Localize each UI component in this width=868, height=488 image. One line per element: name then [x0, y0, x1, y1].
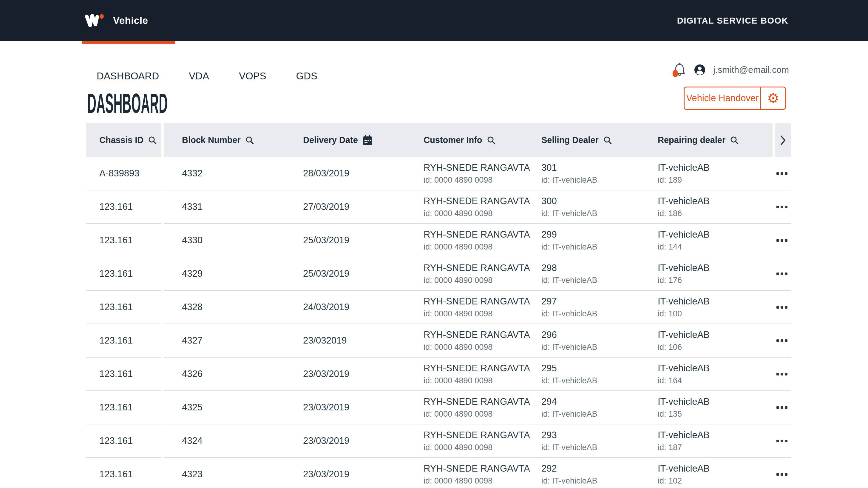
delivery-date-cell: 23/03/2019	[303, 391, 424, 424]
table-row[interactable]: 123.161 4329 25/03/2019 RYH-SNEDE RANGAV…	[86, 257, 791, 291]
repairing-dealer-cell: IT-vehicleAB id: 106	[658, 324, 773, 357]
search-icon[interactable]	[148, 136, 157, 144]
delivery-date-cell: 23/03/2019	[303, 458, 424, 488]
vehicle-handover-button[interactable]: Vehicle Handover	[685, 87, 761, 109]
user-area: j.smith@email.com	[673, 61, 789, 79]
column-header-delivery-date[interactable]: Delivery Date	[303, 135, 424, 146]
row-actions-menu-button[interactable]	[775, 203, 789, 211]
table-row[interactable]: A-839893 4332 28/03/2019 RYH-SNEDE RANGA…	[86, 157, 791, 191]
main-nav: DASHBOARD VDA VOPS GDS	[82, 69, 332, 84]
block-number-cell: 4327	[164, 324, 303, 357]
selling-dealer-cell: 292 id: IT-vehicleAB	[541, 458, 658, 488]
selling-dealer-cell: 296 id: IT-vehicleAB	[541, 324, 658, 357]
table-row[interactable]: 123.161 4326 23/03/2019 RYH-SNEDE RANGAV…	[86, 357, 791, 391]
delivery-date-cell: 23/03/2019	[303, 357, 424, 391]
repairing-dealer-cell: IT-vehicleAB id: 164	[658, 357, 773, 391]
tab-vops[interactable]: VOPS	[224, 69, 281, 84]
row-actions-menu-button[interactable]	[775, 403, 789, 412]
user-avatar-icon[interactable]	[694, 64, 706, 76]
selling-dealer-cell: 299 id: IT-vehicleAB	[541, 224, 658, 257]
block-number-cell: 4326	[164, 357, 303, 391]
table-row[interactable]: 123.161 4325 23/03/2019 RYH-SNEDE RANGAV…	[86, 391, 791, 424]
row-divider-gap	[161, 391, 164, 424]
row-divider-gap	[161, 324, 164, 357]
column-header-repairing-dealer[interactable]: Repairing dealer	[658, 135, 773, 145]
delivery-date-cell: 23/03/2019	[303, 424, 424, 457]
table-row[interactable]: 123.161 4324 23/03/2019 RYH-SNEDE RANGAV…	[86, 424, 791, 458]
delivery-date-cell: 24/03/2019	[303, 291, 424, 323]
table-row[interactable]: 123.161 4330 25/03/2019 RYH-SNEDE RANGAV…	[86, 224, 791, 257]
search-icon[interactable]	[730, 136, 739, 144]
row-divider-gap	[161, 458, 164, 488]
repairing-dealer-cell: IT-vehicleAB id: 144	[658, 224, 773, 257]
search-icon[interactable]	[246, 136, 254, 144]
repairing-dealer-cell: IT-vehicleAB id: 135	[658, 391, 773, 424]
block-number-cell: 4332	[164, 157, 303, 190]
delivery-date-cell: 28/03/2019	[303, 157, 424, 190]
page-title: DASHBOARD	[87, 90, 167, 117]
selling-dealer-cell: 294 id: IT-vehicleAB	[541, 391, 658, 424]
column-header-customer-info[interactable]: Customer Info	[424, 135, 541, 145]
block-number-cell: 4331	[164, 191, 303, 223]
vehicle-handover-split-button: Vehicle Handover ⚙	[684, 87, 786, 110]
tab-vda[interactable]: VDA	[174, 69, 224, 84]
table-body: A-839893 4332 28/03/2019 RYH-SNEDE RANGA…	[86, 157, 791, 488]
row-divider-gap	[161, 191, 164, 224]
table-row[interactable]: 123.161 4328 24/03/2019 RYH-SNEDE RANGAV…	[86, 291, 791, 324]
row-actions-menu-button[interactable]	[775, 303, 789, 312]
row-divider-gap	[161, 424, 164, 458]
column-header-chassis-id[interactable]: Chassis ID	[99, 135, 157, 145]
selling-dealer-cell: 295 id: IT-vehicleAB	[541, 357, 658, 391]
customer-info-cell: RYH-SNEDE RANGAVTA id: 0000 4890 0098	[424, 324, 541, 357]
table-row[interactable]: 123.161 4331 27/03/2019 RYH-SNEDE RANGAV…	[86, 191, 791, 224]
column-header-block-number[interactable]: Block Number	[164, 135, 303, 145]
brand-logo[interactable]: Vehicle	[85, 13, 148, 28]
tab-gds[interactable]: GDS	[281, 69, 333, 84]
chassis-id-cell: 123.161	[86, 391, 161, 424]
row-actions-menu-button[interactable]	[775, 370, 789, 378]
delivery-date-cell: 25/03/2019	[303, 257, 424, 290]
customer-info-cell: RYH-SNEDE RANGAVTA id: 0000 4890 0098	[424, 424, 541, 457]
customer-info-cell: RYH-SNEDE RANGAVTA id: 0000 4890 0098	[424, 357, 541, 391]
gear-icon: ⚙	[767, 91, 779, 105]
tab-dashboard[interactable]: DASHBOARD	[82, 69, 174, 84]
delivery-date-cell: 25/03/2019	[303, 224, 424, 257]
row-actions-menu-button[interactable]	[775, 336, 789, 345]
selling-dealer-cell: 297 id: IT-vehicleAB	[541, 291, 658, 323]
notification-badge	[673, 70, 678, 77]
user-email[interactable]: j.smith@email.com	[713, 65, 789, 75]
search-icon[interactable]	[487, 136, 495, 144]
row-actions-menu-button[interactable]	[775, 169, 789, 178]
selling-dealer-cell: 298 id: IT-vehicleAB	[541, 257, 658, 290]
selling-dealer-cell: 293 id: IT-vehicleAB	[541, 424, 658, 457]
customer-info-cell: RYH-SNEDE RANGAVTA id: 0000 4890 0098	[424, 191, 541, 223]
row-actions-menu-button[interactable]	[775, 437, 789, 445]
customer-info-cell: RYH-SNEDE RANGAVTA id: 0000 4890 0098	[424, 458, 541, 488]
block-number-cell: 4324	[164, 424, 303, 457]
delivery-date-cell: 23/032019	[303, 324, 424, 357]
active-tab-indicator	[82, 41, 175, 44]
customer-info-cell: RYH-SNEDE RANGAVTA id: 0000 4890 0098	[424, 391, 541, 424]
selling-dealer-cell: 300 id: IT-vehicleAB	[541, 191, 658, 223]
repairing-dealer-cell: IT-vehicleAB id: 189	[658, 157, 773, 190]
calendar-icon[interactable]	[363, 135, 372, 146]
repairing-dealer-cell: IT-vehicleAB id: 102	[658, 458, 773, 488]
chassis-id-cell: 123.161	[86, 424, 161, 458]
repairing-dealer-cell: IT-vehicleAB id: 186	[658, 191, 773, 223]
row-actions-menu-button[interactable]	[775, 269, 789, 278]
handover-settings-button[interactable]: ⚙	[761, 87, 785, 109]
table-row[interactable]: 123.161 4327 23/032019 RYH-SNEDE RANGAVT…	[86, 324, 791, 357]
chassis-id-cell: 123.161	[86, 357, 161, 391]
selling-dealer-cell: 301 id: IT-vehicleAB	[541, 157, 658, 190]
row-actions-menu-button[interactable]	[775, 236, 789, 245]
column-header-selling-dealer[interactable]: Selling Dealer	[541, 135, 658, 145]
table-row[interactable]: 123.161 4323 23/03/2019 RYH-SNEDE RANGAV…	[86, 458, 791, 488]
expand-columns-button[interactable]	[775, 123, 791, 157]
notifications-bell-icon[interactable]	[673, 62, 686, 77]
search-icon[interactable]	[603, 136, 612, 144]
header-divider	[161, 123, 164, 157]
chevron-right-icon	[780, 135, 786, 146]
row-actions-menu-button[interactable]	[775, 470, 789, 479]
repairing-dealer-cell: IT-vehicleAB id: 187	[658, 424, 773, 457]
row-divider-gap	[161, 157, 164, 191]
